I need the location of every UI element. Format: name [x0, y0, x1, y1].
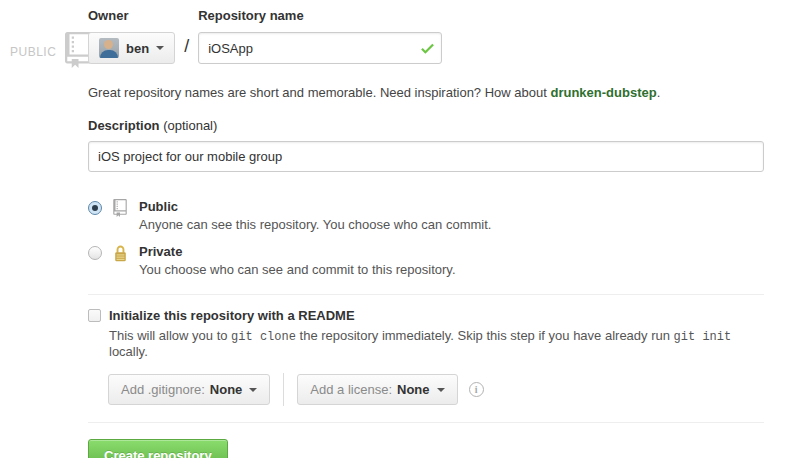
section-divider-top	[88, 294, 764, 295]
public-radio[interactable]	[88, 201, 102, 215]
caret-down-icon	[249, 388, 257, 392]
readme-section: Initialize this repository with a README…	[88, 308, 764, 406]
public-option-text: Public Anyone can see this repository. Y…	[139, 199, 491, 232]
repo-name-column: Repository name	[198, 8, 442, 64]
owner-name: ben	[126, 41, 149, 56]
git-init-code: git init	[674, 330, 732, 344]
create-repository-button[interactable]: Create repository	[88, 439, 228, 458]
private-option-text: Private You choose who can see and commi…	[139, 244, 456, 277]
picker-separator	[283, 373, 284, 406]
owner-select-button[interactable]: ben	[88, 32, 175, 64]
private-option-row[interactable]: Private You choose who can see and commi…	[88, 244, 764, 277]
repo-name-input-wrap	[198, 32, 442, 64]
readme-note-text: locally.	[109, 344, 148, 359]
readme-note-text: the repository immediately. Skip this st…	[296, 328, 674, 343]
add-gitignore-button[interactable]: Add .gitignore: None	[108, 374, 270, 405]
add-license-button[interactable]: Add a license: None	[297, 374, 457, 405]
suggested-name-link[interactable]: drunken-dubstep	[550, 85, 656, 100]
license-value: None	[397, 382, 430, 397]
hint-text: Great repository names are short and mem…	[88, 85, 550, 100]
private-option-note: You choose who can see and commit to thi…	[139, 262, 456, 277]
repo-name-hint: Great repository names are short and mem…	[88, 85, 764, 100]
description-label-bold: Description	[88, 118, 160, 133]
new-repository-form: Owner ben / Repository name Great reposi…	[88, 8, 764, 458]
readme-checkbox-row[interactable]: Initialize this repository with a README	[88, 308, 764, 323]
readme-note: This will allow you to git clone the rep…	[109, 328, 764, 359]
lock-icon	[111, 244, 129, 277]
gitignore-label: Add .gitignore:	[121, 382, 205, 397]
visibility-badge: PUBLIC	[10, 32, 92, 71]
repo-name-input[interactable]	[198, 32, 442, 64]
description-label: Description (optional)	[88, 118, 764, 133]
owner-label: Owner	[88, 8, 175, 23]
owner-repo-separator: /	[175, 30, 198, 62]
public-option-row[interactable]: Public Anyone can see this repository. Y…	[88, 199, 764, 232]
gitignore-value: None	[210, 382, 243, 397]
hint-period: .	[657, 85, 661, 100]
public-option-title: Public	[139, 199, 491, 214]
description-input[interactable]	[88, 141, 764, 172]
git-clone-code: git clone	[231, 330, 296, 344]
section-divider-bottom	[88, 422, 764, 423]
visibility-badge-label: PUBLIC	[10, 45, 56, 59]
description-input-wrap	[88, 141, 764, 172]
description-optional: (optional)	[163, 118, 217, 133]
owner-column: Owner ben	[88, 8, 175, 64]
private-radio[interactable]	[88, 246, 102, 260]
check-icon	[421, 40, 434, 60]
readme-label: Initialize this repository with a README	[109, 308, 355, 323]
repo-name-label: Repository name	[198, 8, 442, 23]
readme-note-text: This will allow you to	[109, 328, 231, 343]
private-option-title: Private	[139, 244, 456, 259]
visibility-options: Public Anyone can see this repository. Y…	[88, 199, 764, 277]
info-icon[interactable]	[469, 382, 484, 397]
file-pickers-row: Add .gitignore: None Add a license: None	[108, 373, 764, 406]
owner-repo-row: Owner ben / Repository name	[88, 8, 764, 64]
repo-book-icon	[111, 199, 129, 232]
public-option-note: Anyone can see this repository. You choo…	[139, 217, 491, 232]
caret-down-icon	[437, 388, 445, 392]
caret-down-icon	[156, 46, 164, 50]
readme-checkbox[interactable]	[88, 309, 101, 322]
owner-avatar	[99, 38, 119, 58]
license-label: Add a license:	[310, 382, 392, 397]
